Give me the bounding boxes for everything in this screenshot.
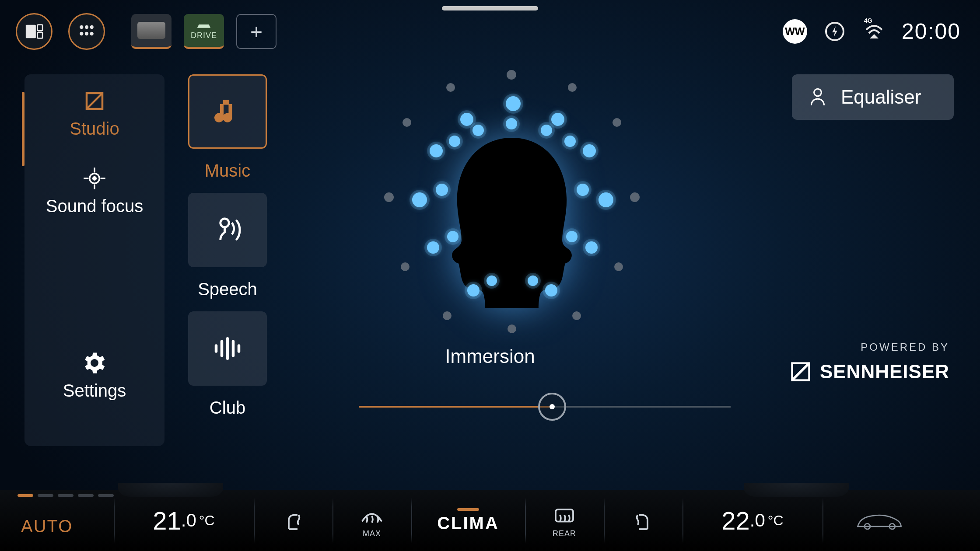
svg-point-17 — [220, 219, 229, 227]
sidebar-label-sound-focus: Sound focus — [46, 196, 143, 216]
svg-point-8 — [90, 32, 94, 35]
recent-apps: DRIVE + — [131, 14, 276, 49]
network-label: 4G — [864, 17, 872, 24]
profile-badge[interactable]: WW — [783, 19, 807, 44]
wireless-charging-icon — [823, 20, 847, 43]
defrost-front-button[interactable]: MAX — [332, 490, 411, 551]
mode-label-music: Music — [188, 161, 267, 181]
svg-point-12 — [93, 177, 96, 180]
top-bar: DRIVE + WW 4G 20:00 — [0, 10, 980, 52]
svg-rect-0 — [26, 25, 36, 38]
climate-auto-button[interactable]: AUTO — [0, 490, 114, 551]
status-area: WW 4G 20:00 — [783, 10, 961, 52]
app-tile-vehicle[interactable] — [131, 14, 172, 49]
network-signal-icon: 4G — [862, 20, 886, 43]
svg-point-23 — [814, 89, 822, 96]
equaliser-label: Equaliser — [841, 86, 921, 108]
sidebar: Studio Sound focus Settings — [24, 74, 164, 446]
home-layout-button[interactable] — [16, 13, 52, 50]
mode-column: Music Speech Club — [188, 74, 284, 418]
defrost-rear-button[interactable]: REAR — [525, 490, 604, 551]
sidebar-label-settings: Settings — [63, 381, 126, 401]
sidebar-item-settings[interactable]: Settings — [63, 351, 126, 401]
clock: 20:00 — [902, 19, 961, 44]
svg-point-5 — [90, 25, 94, 29]
svg-point-6 — [80, 32, 83, 35]
powered-by: POWERED BY SENNHEISER — [789, 341, 949, 383]
clima-indicator — [457, 508, 479, 511]
climate-bar: AUTO 21.0°C MAX CLIMA REAR 22.0°C — [0, 490, 980, 551]
svg-point-7 — [85, 32, 88, 35]
app-tile-drive-label: DRIVE — [191, 31, 217, 40]
seat-heat-left-button[interactable] — [254, 490, 332, 551]
sidebar-item-studio[interactable]: Studio — [70, 89, 119, 139]
powered-by-label: POWERED BY — [861, 341, 949, 353]
apps-grid-button[interactable] — [68, 13, 105, 50]
slider-thumb[interactable] — [538, 393, 566, 421]
sennheiser-logo-icon — [789, 360, 812, 383]
immersion-visual — [315, 61, 709, 367]
svg-point-3 — [80, 25, 83, 29]
mode-label-speech: Speech — [188, 279, 267, 299]
drag-handle[interactable] — [442, 6, 538, 10]
head-silhouette — [438, 130, 586, 323]
equaliser-button[interactable]: Equaliser — [792, 74, 954, 120]
mode-tile-speech[interactable] — [188, 193, 267, 267]
temp-right[interactable]: 22.0°C — [682, 490, 822, 551]
brand-name: SENNHEISER — [820, 361, 949, 383]
seat-heat-right-button[interactable] — [604, 490, 682, 551]
immersion-label: Immersion — [445, 345, 535, 367]
mode-tile-music[interactable] — [188, 74, 267, 149]
clima-button[interactable]: CLIMA — [411, 490, 525, 551]
mode-label-club: Club — [188, 398, 267, 418]
svg-rect-1 — [38, 25, 43, 31]
sidebar-item-sound-focus[interactable]: Sound focus — [46, 167, 143, 216]
app-tile-add[interactable]: + — [236, 14, 276, 49]
temp-left[interactable]: 21.0°C — [114, 490, 254, 551]
immersion-slider[interactable] — [359, 389, 731, 424]
vehicle-view-button[interactable] — [822, 490, 936, 551]
svg-point-4 — [85, 25, 88, 29]
mode-tile-club[interactable] — [188, 311, 267, 386]
app-tile-drive[interactable]: DRIVE — [184, 14, 224, 49]
svg-rect-2 — [38, 32, 43, 38]
sidebar-label-studio: Studio — [70, 119, 119, 139]
